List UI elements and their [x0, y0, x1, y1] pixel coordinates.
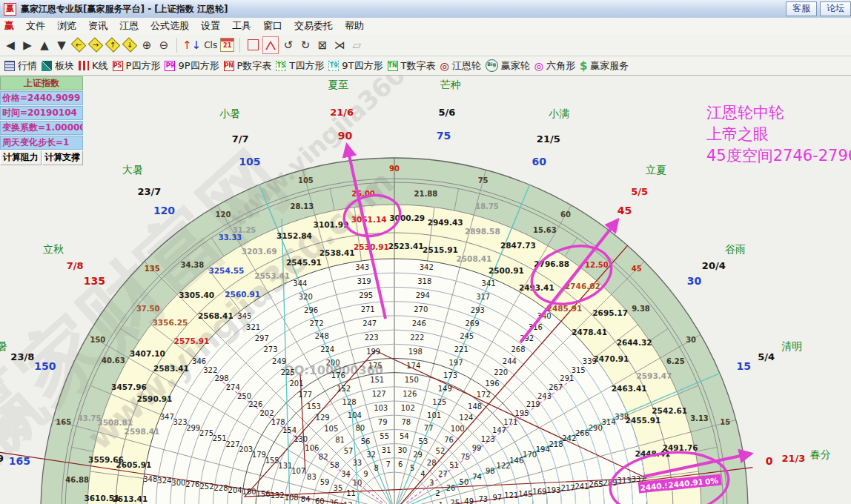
- svg-text:33.33: 33.33: [219, 233, 242, 242]
- square-tool-icon[interactable]: [245, 37, 260, 53]
- svg-text:165: 165: [9, 455, 30, 467]
- view-button-T四方形[interactable]: TST四方形: [276, 59, 324, 73]
- svg-text:271: 271: [361, 305, 375, 314]
- view-button-9T四方形[interactable]: T99T四方形: [328, 59, 383, 73]
- menu-item[interactable]: 工具: [226, 18, 257, 34]
- diamond-arrow-icon[interactable]: ↑: [105, 39, 120, 51]
- svg-text:60: 60: [315, 497, 325, 504]
- view-button-江恩轮[interactable]: ◎江恩轮: [440, 59, 480, 73]
- svg-text:57: 57: [344, 447, 354, 455]
- menu-item[interactable]: 江恩: [113, 18, 145, 34]
- svg-text:56: 56: [361, 437, 371, 445]
- svg-text:81: 81: [335, 436, 345, 444]
- svg-text:348: 348: [143, 475, 157, 483]
- app-window: { "window": { "title": "赢家江恩专业版[赢家服务平台] …: [0, 0, 851, 504]
- menu-item[interactable]: 交易委托: [288, 18, 339, 34]
- svg-text:49: 49: [464, 497, 474, 504]
- toolbar-icon[interactable]: ▲: [37, 37, 52, 53]
- view-button-行情[interactable]: 行情: [4, 59, 37, 73]
- svg-text:148: 148: [468, 402, 482, 411]
- menu-item[interactable]: 浏览: [51, 18, 82, 34]
- toolbar-icon[interactable]: ↺: [281, 37, 296, 53]
- toolbar-icon[interactable]: ▼: [54, 37, 69, 53]
- toolbar-icon[interactable]: ▶: [20, 37, 35, 53]
- svg-text:45: 45: [617, 205, 632, 216]
- svg-text:5/4: 5/4: [758, 351, 775, 362]
- svg-text:2493.41: 2493.41: [519, 283, 554, 292]
- toolbar-icon[interactable]: ↻: [298, 37, 313, 53]
- svg-text:172: 172: [477, 391, 491, 399]
- view-button-T数字表[interactable]: TNT数字表: [388, 59, 436, 73]
- svg-text:2593.47: 2593.47: [636, 371, 672, 380]
- view-button-K线[interactable]: K线: [79, 59, 108, 73]
- view-button-9P四方形[interactable]: P99P四方形: [165, 59, 219, 73]
- menu-item[interactable]: 设置: [195, 18, 226, 34]
- svg-text:2470.91: 2470.91: [593, 354, 629, 363]
- menu-item[interactable]: 帮助: [339, 18, 370, 34]
- svg-text:25: 25: [450, 499, 460, 504]
- svg-text:151: 151: [370, 376, 384, 384]
- svg-text:90: 90: [389, 165, 400, 173]
- svg-text:55: 55: [380, 432, 389, 440]
- view-button-板块[interactable]: 板块: [42, 59, 74, 73]
- view-button-赢家轮[interactable]: Big赢家轮: [486, 59, 530, 73]
- svg-text:28: 28: [427, 459, 437, 467]
- diamond-arrow-icon[interactable]: ←: [71, 39, 86, 51]
- toolbar-icon[interactable]: ⋊: [332, 37, 347, 53]
- diamond-arrow-icon[interactable]: →: [88, 39, 103, 51]
- menu-item[interactable]: 窗口: [257, 18, 288, 34]
- svg-text:76: 76: [444, 436, 454, 444]
- svg-text:40.63: 40.63: [102, 357, 125, 365]
- svg-text:201: 201: [289, 379, 303, 388]
- panel-buttons: 计算阻力计算支撑: [0, 150, 83, 165]
- svg-text:290: 290: [589, 424, 603, 432]
- svg-text:342: 342: [420, 263, 434, 271]
- svg-text:323: 323: [173, 418, 187, 426]
- menu-item[interactable]: 公式选股: [145, 18, 195, 34]
- svg-text:250: 250: [237, 392, 251, 400]
- calendar-icon[interactable]: 21: [220, 38, 234, 52]
- svg-text:200: 200: [325, 359, 340, 367]
- svg-text:275: 275: [199, 429, 213, 437]
- svg-text:243: 243: [537, 392, 552, 400]
- menu-bar: 赢 文件浏览资讯江恩公式选股设置工具窗口交易委托帮助: [0, 18, 851, 35]
- wheel-icon: ◎: [534, 61, 543, 71]
- toolbar-icon[interactable]: ◀: [3, 37, 18, 53]
- gann-wheel-chart[interactable]: 赢家财富网www.yingjia360.comwww.yingjia360.co…: [0, 0, 851, 504]
- toolbar-icon[interactable]: ⊠: [315, 37, 330, 53]
- toolbar-icon[interactable]: ⊖: [156, 37, 171, 53]
- svg-text:45: 45: [632, 265, 642, 273]
- svg-text:2598.41: 2598.41: [125, 427, 160, 436]
- svg-text:156: 156: [256, 490, 271, 498]
- toolbar-views: 行情板块K线PSP四方形P99P四方形PNP数字表TST四方形T99T四方形TN…: [0, 56, 851, 76]
- diamond-arrow-icon[interactable]: ↓: [122, 39, 137, 51]
- sort-updown-icon[interactable]: ↑↓: [182, 37, 201, 53]
- svg-text:0: 0: [766, 455, 773, 467]
- svg-text:7/9: 7/9: [0, 453, 4, 464]
- view-button-P数字表[interactable]: PNP数字表: [224, 59, 272, 73]
- titlebar-button[interactable]: 客服: [786, 1, 817, 16]
- svg-text:270: 270: [414, 305, 428, 314]
- cls-button[interactable]: Cls: [203, 37, 218, 53]
- menu-item[interactable]: 文件: [20, 18, 51, 34]
- panel-button[interactable]: 计算阻力: [0, 150, 42, 165]
- svg-text:174: 174: [406, 362, 420, 370]
- panel-button[interactable]: 计算支撑: [42, 150, 84, 165]
- svg-text:300: 300: [171, 479, 185, 487]
- svg-text:318: 318: [417, 277, 431, 285]
- svg-text:75: 75: [437, 130, 451, 142]
- triangle-tool-icon[interactable]: [262, 36, 279, 54]
- toolbar-icon[interactable]: ⊕: [139, 37, 154, 53]
- view-button-P四方形[interactable]: PSP四方形: [113, 59, 161, 73]
- title-bar[interactable]: 赢 赢家江恩专业版[赢家服务平台] - [上证指数 江恩轮] 客服论坛: [0, 0, 851, 19]
- view-button-六角形[interactable]: ◎六角形: [534, 59, 575, 73]
- toolbar-icon[interactable]: ▱: [349, 37, 364, 53]
- titlebar-button[interactable]: 论坛: [820, 1, 851, 16]
- svg-text:50: 50: [460, 478, 469, 486]
- svg-text:3000.29: 3000.29: [389, 213, 425, 222]
- svg-text:153: 153: [307, 402, 321, 411]
- view-button-赢家服务[interactable]: $赢家服务: [580, 59, 629, 73]
- svg-text:2949.43: 2949.43: [428, 218, 463, 227]
- menu-item[interactable]: 资讯: [82, 18, 113, 34]
- svg-text:2508.41: 2508.41: [456, 254, 491, 263]
